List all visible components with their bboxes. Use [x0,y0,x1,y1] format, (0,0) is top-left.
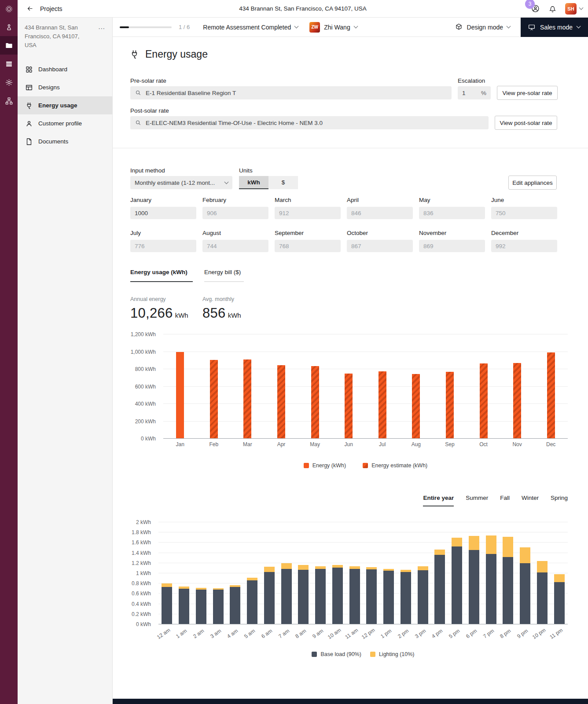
person-frame-icon [5,23,13,31]
y-tick-label: 2 kWh [113,519,151,525]
person-icon [25,120,33,128]
sidebar-item-documents[interactable]: Documents [18,132,112,150]
sidebar-item-customer-profile[interactable]: Customer profile [18,114,112,132]
season-tab-fall[interactable]: Fall [500,495,510,506]
aurora-logo-icon[interactable] [0,0,18,18]
pre-solar-rate-input[interactable] [146,90,447,96]
month-cell-december: December [491,230,557,252]
post-solar-rate-field[interactable] [130,116,489,129]
y-tick-label: 1 kWh [113,570,151,576]
y-tick-label: 800 kWh [113,366,156,372]
month-input-october[interactable] [347,240,413,252]
back-button[interactable] [26,5,34,12]
month-input-january[interactable] [130,207,196,219]
month-input-july[interactable] [130,240,196,252]
page-title: Energy usage [145,48,208,60]
month-cell-may: May [419,197,485,219]
projects-breadcrumb[interactable]: Projects [40,5,62,12]
gridline [163,403,568,404]
units-option-kwh[interactable]: kWh [239,176,268,189]
season-tab-winter[interactable]: Winter [522,495,539,506]
rail-item-projects[interactable] [0,36,18,55]
y-tick-label: 200 kWh [113,418,156,425]
units-option-[interactable]: $ [268,176,298,189]
chevron-down-icon [507,24,511,29]
icon-rail [0,0,18,704]
post-solar-rate-input[interactable] [146,120,484,126]
input-method-dropdown[interactable]: Monthly estimate (1-12 mont... [130,176,232,189]
month-label: May [419,197,485,203]
chart-x-axis: JanFebMarAprMayJunJulAugSepOctNovDec [163,439,568,448]
user-menu[interactable]: SH [565,3,583,15]
x-tick-label: Aug [412,441,421,447]
season-tab-entire-year[interactable]: Entire year [423,495,454,506]
y-tick-label: 0.6 kWh [113,590,151,597]
sidebar-item-designs[interactable]: Designs [18,78,112,96]
rail-item-tables[interactable] [0,55,18,73]
rail-item-settings[interactable] [0,73,18,92]
x-tick-label: 8 pm [499,628,512,640]
document-icon [25,138,33,146]
tab-energy-usage-kwh[interactable]: Energy usage (kWh) [130,269,193,282]
x-tick-label: 10 pm [531,627,547,641]
x-tick-label: 1 am [175,628,188,640]
edit-appliances-button[interactable]: Edit appliances [508,176,557,190]
x-tick-label: Mar [243,441,252,447]
x-tick-label: Sep [445,441,454,447]
design-mode-dropdown[interactable]: Design mode [455,23,511,31]
escalation-field[interactable]: 1 % [458,86,491,99]
bar-2-am [196,522,206,624]
bar-may [311,366,319,439]
rail-item-profile[interactable] [0,18,18,36]
project-more-button[interactable]: ... [98,23,105,50]
segment-base-load-90 [264,572,275,624]
input-method-value: Monthly estimate (1-12 mont... [135,180,215,186]
month-label: September [275,230,341,236]
segment-base-load-90 [281,569,292,624]
month-input-november[interactable] [419,240,485,252]
y-tick-label: 0 kWh [113,436,156,442]
month-input-june[interactable] [491,207,557,219]
month-input-september[interactable] [275,240,341,252]
bar-jan [176,352,184,439]
tab-energy-bill[interactable]: Energy bill ($) [204,269,244,282]
rows-icon [5,60,13,68]
month-input-april[interactable] [347,207,413,219]
segment-base-load-90 [503,557,513,624]
plug-icon [25,102,33,110]
segment-base-load-90 [179,589,189,624]
segment-base-load-90 [383,571,394,624]
pre-solar-rate-field[interactable] [130,86,452,99]
sales-mode-button[interactable]: Sales mode [521,18,588,37]
annual-energy-stat: Annual energy 10,266kWh [130,296,188,321]
assignee-dropdown[interactable]: ZW Zhi Wang [309,22,357,33]
x-tick-label: 2 pm [397,628,410,640]
bar-2-pm [401,522,411,624]
status-dropdown[interactable]: Remote Assessment Completed [203,24,298,31]
x-tick-label: 10 am [327,627,342,641]
view-post-solar-rate-button[interactable]: View post-solar rate [495,116,557,130]
month-input-august[interactable] [202,240,268,252]
month-input-march[interactable] [275,207,341,219]
rail-item-org[interactable] [0,92,18,110]
support-button[interactable]: 3 [531,4,540,13]
sidebar-item-dashboard[interactable]: Dashboard [18,60,112,78]
month-input-may[interactable] [419,207,485,219]
notifications-button[interactable] [548,4,557,13]
bar-9-am [315,522,326,624]
bar-dec [547,352,555,439]
gridline [163,421,568,422]
segment-base-load-90 [366,569,377,624]
month-cell-march: March [275,197,341,219]
segment-lighting-10 [264,567,275,572]
season-tab-spring[interactable]: Spring [551,495,568,506]
annual-energy-value: 10,266 [130,305,173,321]
month-input-december[interactable] [491,240,557,252]
season-tab-summer[interactable]: Summer [466,495,488,506]
sidebar-item-energy-usage[interactable]: Energy usage [18,96,112,114]
chart-legend: Energy (kWh)Energy estimate (kWh) [163,462,568,469]
month-input-february[interactable] [202,207,268,219]
hourly-usage-chart: 0 kWh0.2 kWh0.4 kWh0.6 kWh0.8 kWh1 kWh1.… [113,519,568,664]
y-tick-label: 0.4 kWh [113,601,151,607]
view-pre-solar-rate-button[interactable]: View pre-solar rate [497,86,558,100]
